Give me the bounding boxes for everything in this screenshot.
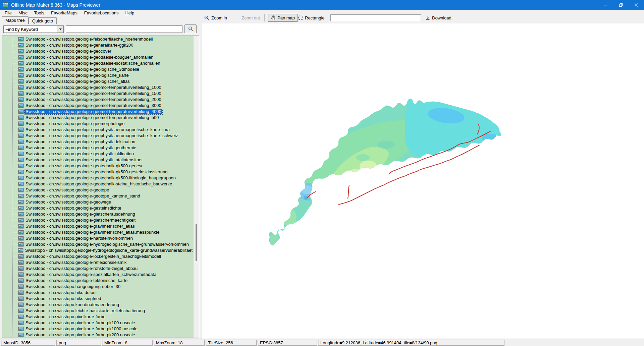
minimize-button[interactable] — [598, 0, 613, 10]
maps-tree-panel: Swisstopo - ch.swisstopo.geologie-felsob… — [2, 36, 199, 338]
tree-item[interactable]: Swisstopo - ch.swisstopo.geologie-geotop… — [2, 187, 194, 193]
tab-quick-goto[interactable]: Quick goto — [29, 17, 57, 24]
tree-item[interactable]: Swisstopo - ch.swisstopo.geologie-geomol… — [2, 91, 194, 97]
status-segment-0: MapsID: 3856 — [1, 340, 55, 346]
tree-item[interactable]: Swisstopo - ch.swisstopo.geologie-geotec… — [2, 181, 194, 187]
map-layer-icon — [18, 91, 24, 96]
tree-item[interactable]: Swisstopo - ch.swisstopo.geologie-rohsto… — [2, 266, 194, 272]
map-layer-icon — [18, 230, 24, 235]
titlebar[interactable]: Offline Map Maker 8.363 - Maps Previewer — [0, 0, 644, 10]
map-preview[interactable] — [202, 23, 644, 339]
tree-item[interactable]: Swisstopo - ch.swisstopo.geologie-gletsc… — [2, 217, 194, 223]
zoom-in-button[interactable]: Zoom in — [204, 12, 227, 23]
tree-item-label: Swisstopo - ch.swisstopo.geologie-geomol… — [24, 91, 162, 96]
pan-map-button[interactable]: Pan map — [268, 14, 298, 22]
close-button[interactable] — [629, 0, 644, 10]
search-icon — [187, 26, 194, 32]
tree-item[interactable]: Swisstopo - ch.swisstopo.geologie-gletsc… — [2, 211, 194, 217]
menu-file[interactable]: File — [1, 10, 15, 16]
tree-item[interactable]: Swisstopo - ch.swisstopo.geologie-geodae… — [2, 54, 194, 60]
tree-connector — [13, 94, 17, 94]
scrollbar-thumb[interactable] — [196, 224, 197, 261]
combo-dropdown-button[interactable] — [57, 26, 63, 33]
tree-scrollbar[interactable] — [194, 36, 199, 338]
tree-item[interactable]: Swisstopo - ch.swisstopo.pixelkarte-farb… — [2, 332, 194, 338]
tree-item-label: Swisstopo - ch.swisstopo.pixelkarte-farb… — [24, 320, 136, 326]
search-button[interactable] — [184, 24, 197, 33]
tree-item[interactable]: Swisstopo - ch.swisstopo.geologie-tekton… — [2, 278, 194, 284]
tree-item[interactable]: Swisstopo - ch.swisstopo.geologie-geocov… — [2, 48, 194, 54]
tree-item[interactable]: Swisstopo - ch.swisstopo.geologie-locker… — [2, 253, 194, 260]
tree-item[interactable]: Swisstopo - ch.swisstopo.geologie-geophy… — [2, 139, 194, 145]
tree-item[interactable]: Swisstopo - ch.swisstopo.geologie-hydrog… — [2, 247, 194, 253]
tree-connector — [13, 124, 17, 124]
tree-connector — [13, 106, 17, 106]
download-button[interactable]: Download — [425, 12, 451, 23]
tree-item[interactable]: Swisstopo - ch.swisstopo.geologie-geophy… — [2, 133, 194, 139]
tree-item[interactable]: Swisstopo - ch.swisstopo.pixelkarte-farb… — [2, 326, 194, 332]
maps-tree-list[interactable]: Swisstopo - ch.swisstopo.geologie-felsob… — [2, 36, 194, 338]
tree-item[interactable]: Swisstopo - ch.swisstopo.geologie-hartst… — [2, 235, 194, 241]
tree-item[interactable]: Swisstopo - ch.swisstopo.geologie-geolog… — [2, 72, 194, 78]
tree-item-label: Swisstopo - ch.swisstopo.hiks-siegfried — [24, 296, 102, 301]
tree-item[interactable]: Swisstopo - ch.swisstopo.geologie-geophy… — [2, 145, 194, 151]
tree-item[interactable]: Swisstopo - ch.swisstopo.geologie-geoweg… — [2, 199, 194, 205]
tree-connector — [13, 226, 17, 227]
tree-item[interactable]: Swisstopo - ch.swisstopo.geologie-geolog… — [2, 66, 194, 72]
tree-item[interactable]: Swisstopo - ch.swisstopo.geologie-geotec… — [2, 163, 194, 169]
map-layer-icon — [18, 296, 24, 301]
tree-item[interactable]: Swisstopo - ch.swisstopo.geologie-geophy… — [2, 127, 194, 133]
tree-item[interactable]: Swisstopo - ch.swisstopo.geologie-genera… — [2, 42, 194, 48]
map-layer-icon — [18, 260, 24, 265]
restore-icon — [619, 3, 623, 7]
tree-item[interactable]: Swisstopo - ch.swisstopo.geologie-geomol… — [2, 97, 194, 103]
tree-item[interactable]: Swisstopo - ch.swisstopo.geologie-geodae… — [2, 60, 194, 66]
keyword-input[interactable] — [66, 25, 182, 33]
tree-item-label: Swisstopo - ch.swisstopo.geologie-genera… — [24, 43, 135, 48]
tree-item[interactable]: Swisstopo - ch.swisstopo.geologie-geolog… — [2, 78, 194, 84]
find-mode-combobox[interactable]: Find by Keyword — [3, 25, 64, 33]
tree-item[interactable]: Swisstopo - ch.swisstopo.hiks-dufour — [2, 290, 194, 296]
menu-help[interactable]: Help — [122, 10, 138, 16]
tree-item[interactable]: Swisstopo - ch.swisstopo.hangneigung-ueb… — [2, 284, 194, 290]
menu-misc[interactable]: Misc — [15, 10, 31, 16]
tree-connector — [13, 45, 17, 46]
rectangle-button[interactable]: Rectangle — [298, 12, 325, 23]
tree-item-label: Swisstopo - ch.swisstopo.geologie-geomol… — [24, 103, 162, 108]
menu-favoritemaps[interactable]: FavoriteMaps — [48, 10, 81, 16]
tree-item[interactable]: Swisstopo - ch.swisstopo.geologie-hydrog… — [2, 241, 194, 247]
tree-item[interactable]: Swisstopo - ch.swisstopo.geologie-felsob… — [2, 36, 194, 42]
tree-item[interactable]: Swisstopo - ch.swisstopo.geologie-geotec… — [2, 169, 194, 175]
tree-item[interactable]: Swisstopo - ch.swisstopo.geologie-reflex… — [2, 260, 194, 266]
tree-item[interactable]: Swisstopo - ch.swisstopo.geologie-geomol… — [2, 109, 194, 115]
tree-connector — [13, 305, 17, 305]
map-layer-icon — [18, 67, 24, 72]
menu-favoritelocations[interactable]: FavoriteLocations — [81, 10, 122, 16]
tree-item[interactable]: Swisstopo - ch.swisstopo.geologie-geomor… — [2, 121, 194, 127]
tab-maps-tree[interactable]: Maps tree — [2, 16, 29, 24]
tree-connector — [13, 130, 17, 130]
map-layer-icon — [18, 206, 24, 211]
tree-item[interactable]: Swisstopo - ch.swisstopo.pixelkarte-farb… — [2, 320, 194, 326]
toolbar-input[interactable] — [330, 14, 421, 21]
tree-item[interactable]: Swisstopo - ch.swisstopo.geologie-geomol… — [2, 84, 194, 91]
tree-item[interactable]: Swisstopo - ch.swisstopo.leichte-basiska… — [2, 308, 194, 314]
tree-item[interactable]: Swisstopo - ch.swisstopo.hiks-siegfried — [2, 296, 194, 302]
tree-item[interactable]: Swisstopo - ch.swisstopo.geologie-geomol… — [2, 115, 194, 121]
zoom-out-button[interactable]: Zoom out — [241, 12, 260, 23]
tree-item[interactable]: Swisstopo - ch.swisstopo.geologie-geophy… — [2, 157, 194, 163]
tree-item[interactable]: Swisstopo - ch.swisstopo.geologie-gestei… — [2, 205, 194, 211]
tree-item[interactable]: Swisstopo - ch.swisstopo.geologie-gravim… — [2, 229, 194, 235]
tree-item[interactable]: Swisstopo - ch.swisstopo.geologie-spezia… — [2, 272, 194, 278]
tree-item[interactable]: Swisstopo - ch.swisstopo.koordinatenaend… — [2, 302, 194, 308]
restore-button[interactable] — [613, 0, 629, 10]
menu-tools[interactable]: Tools — [31, 10, 48, 16]
tree-item[interactable]: Swisstopo - ch.swisstopo.geologie-geophy… — [2, 151, 194, 157]
tree-item[interactable]: Swisstopo - ch.swisstopo.geologie-geotec… — [2, 175, 194, 181]
tree-item[interactable]: Swisstopo - ch.swisstopo.geologie-gravim… — [2, 223, 194, 229]
map-layer-icon — [18, 176, 24, 180]
tree-item[interactable]: Swisstopo - ch.swisstopo.geologie-geomol… — [2, 103, 194, 109]
tree-item[interactable]: Swisstopo - ch.swisstopo.pixelkarte-farb… — [2, 314, 194, 320]
map-layer-icon — [18, 139, 24, 144]
tree-item[interactable]: Swisstopo - ch.swisstopo.geologie-geotop… — [2, 193, 194, 199]
